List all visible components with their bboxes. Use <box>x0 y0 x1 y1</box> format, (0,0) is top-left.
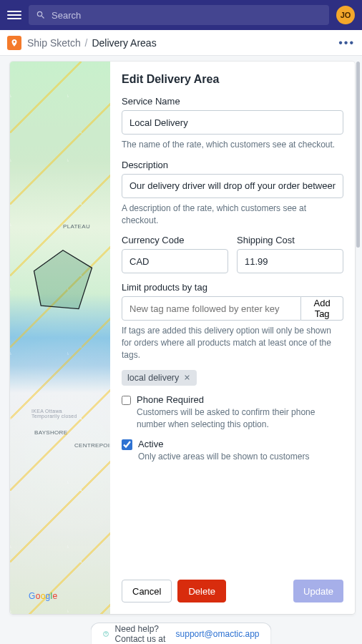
tag-input[interactable] <box>122 296 301 321</box>
active-helper: Only active areas will be shown to custo… <box>138 451 309 463</box>
map-panel[interactable]: PLATEAU IKEA OttawaTemporarily closed BA… <box>10 62 110 614</box>
add-tag-button[interactable]: Add Tag <box>301 296 343 321</box>
breadcrumb: Ship Sketch / Delivery Areas <box>27 37 157 49</box>
phone-required-helper: Customers will be asked to confirm their… <box>137 406 343 431</box>
map-polygon[interactable] <box>31 249 94 312</box>
map-label-bayshore: BAYSHORE <box>34 429 67 436</box>
tag-chip-label: local delivery <box>127 373 179 383</box>
cancel-button[interactable]: Cancel <box>122 580 172 602</box>
form-panel: Edit Delivery Area Service Name The name… <box>110 62 355 614</box>
help-text: Need help? Contact us at <box>115 624 170 644</box>
active-checkbox[interactable] <box>122 439 132 450</box>
footer-buttons: Cancel Delete Update <box>122 572 343 602</box>
breadcrumb-current: Delivery Areas <box>92 37 156 49</box>
search-input[interactable] <box>52 10 322 21</box>
tag-chip: local delivery <box>122 370 197 386</box>
help-pill: Need help? Contact us at support@omactic… <box>91 623 272 644</box>
panel-title: Edit Delivery Area <box>122 73 343 86</box>
help-email-link[interactable]: support@omactic.app <box>176 629 260 639</box>
update-button[interactable]: Update <box>293 580 343 602</box>
search-icon <box>36 10 46 20</box>
overflow-menu-icon[interactable]: ••• <box>338 36 355 49</box>
breadcrumb-parent[interactable]: Ship Sketch <box>27 37 81 49</box>
currency-label: Currency Code <box>122 235 228 245</box>
svg-marker-0 <box>34 250 92 309</box>
tags-label: Limit products by tag <box>122 282 343 293</box>
shipping-cost-label: Shipping Cost <box>237 235 343 245</box>
delete-button[interactable]: Delete <box>177 580 226 602</box>
phone-required-label: Phone Required <box>137 394 343 405</box>
search-box[interactable] <box>29 5 329 25</box>
currency-input[interactable] <box>122 249 228 273</box>
menu-icon[interactable] <box>7 8 21 22</box>
tags-helper: If tags are added this delivery option w… <box>122 325 343 361</box>
description-helper: A description of the rate, which custome… <box>122 203 343 227</box>
active-label: Active <box>138 439 309 449</box>
main-card: PLATEAU IKEA OttawaTemporarily closed BA… <box>10 62 355 614</box>
avatar[interactable]: JO <box>336 6 355 24</box>
service-name-label: Service Name <box>122 96 343 107</box>
map-label-centrepointe: CENTREPOINTE <box>74 442 110 449</box>
description-label: Description <box>122 160 343 170</box>
breadcrumb-bar: Ship Sketch / Delivery Areas ••• <box>0 30 362 56</box>
description-input[interactable] <box>122 174 343 198</box>
service-name-helper: The name of the rate, which customers se… <box>122 139 343 151</box>
service-name-input[interactable] <box>122 110 343 135</box>
map-attribution: Google <box>29 591 58 601</box>
app-logo <box>7 36 21 50</box>
close-icon[interactable] <box>183 374 191 381</box>
topbar: JO <box>0 0 362 30</box>
phone-required-checkbox[interactable] <box>122 395 131 406</box>
map-label-ikea: IKEA OttawaTemporarily closed <box>31 409 77 419</box>
map-label-plateau: PLATEAU <box>63 223 90 230</box>
scrollbar[interactable] <box>356 62 360 248</box>
help-icon <box>103 628 109 640</box>
shipping-cost-input[interactable] <box>237 249 343 273</box>
